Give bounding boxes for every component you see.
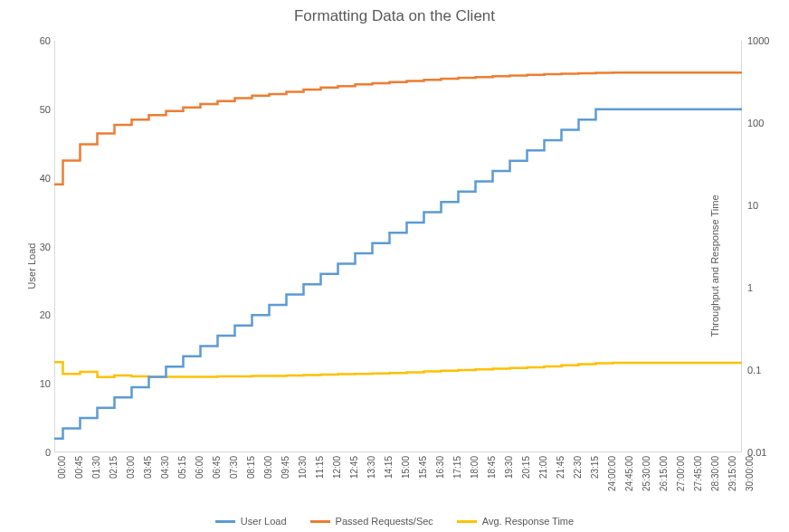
x-tick: 30:00:00 — [745, 456, 755, 491]
x-tick: 18:00 — [470, 456, 480, 479]
x-tick: 02:15 — [109, 456, 119, 479]
x-tick: 06:45 — [212, 456, 222, 479]
x-tick: 20:15 — [521, 456, 531, 479]
y-tick-right: 10 — [747, 200, 758, 211]
x-tick: 14:15 — [384, 456, 394, 479]
legend-item-passed: Passed Requests/Sec — [310, 516, 433, 527]
x-tick: 05:15 — [177, 456, 187, 479]
x-tick: 15:00 — [401, 456, 411, 479]
x-tick: 27:00:00 — [676, 456, 686, 491]
x-tick: 11:15 — [315, 456, 325, 479]
x-tick: 13:30 — [366, 456, 376, 479]
x-tick: 15:45 — [418, 456, 428, 479]
x-tick: 17:15 — [452, 456, 462, 479]
legend-label-user-load: User Load — [241, 516, 287, 527]
x-tick: 16:30 — [435, 456, 445, 479]
line-avg-response-time — [54, 362, 742, 377]
y-tick-right: 1 — [747, 282, 753, 293]
x-tick: 21:00 — [538, 456, 548, 479]
x-tick: 25:30:00 — [642, 456, 651, 491]
x-tick: 03:00 — [126, 456, 136, 479]
chart-container: Formatting Data on the Client User Load … — [0, 0, 789, 532]
x-tick: 12:00 — [332, 456, 342, 479]
x-tick: 24:00:00 — [607, 456, 617, 491]
x-tick: 18:45 — [487, 456, 497, 479]
line-user-load — [54, 109, 742, 439]
legend-item-user-load: User Load — [215, 516, 287, 527]
x-tick: 19:30 — [504, 456, 514, 479]
x-tick: 01:30 — [91, 456, 101, 479]
legend-swatch-passed — [310, 520, 330, 523]
y-tick-left: 40 — [24, 173, 51, 184]
chart-lines — [54, 41, 742, 452]
legend-label-passed: Passed Requests/Sec — [336, 516, 433, 527]
x-tick: 26:15:00 — [659, 456, 669, 491]
x-tick: 23:15 — [590, 456, 600, 479]
y-tick-left: 50 — [24, 104, 51, 115]
x-tick: 21:45 — [556, 456, 566, 479]
x-tick: 10:30 — [298, 456, 308, 479]
legend-label-response: Avg. Response Time — [482, 516, 574, 527]
legend-swatch-response — [457, 520, 477, 523]
legend: User Load Passed Requests/Sec Avg. Respo… — [0, 516, 789, 527]
y-tick-right: 1000 — [747, 35, 769, 46]
x-tick: 09:00 — [263, 456, 273, 479]
y-tick-left: 10 — [24, 378, 51, 389]
y-tick-left: 20 — [24, 309, 51, 320]
x-tick: 08:15 — [246, 456, 256, 479]
line-passed-requests — [54, 72, 742, 185]
x-tick: 00:00 — [57, 456, 67, 479]
y-tick-left: 60 — [24, 35, 51, 46]
y-tick-left: 0 — [24, 447, 51, 458]
x-tick: 09:45 — [280, 456, 290, 479]
x-tick: 12:45 — [349, 456, 359, 479]
x-tick: 00:45 — [74, 456, 84, 479]
legend-item-response: Avg. Response Time — [457, 516, 574, 527]
x-tick: 27:45:00 — [693, 456, 703, 491]
x-tick: 24:45:00 — [624, 456, 634, 491]
x-tick: 28:30:00 — [710, 456, 720, 491]
y-tick-right: 0.1 — [747, 365, 761, 375]
x-tick: 06:00 — [195, 456, 204, 479]
x-tick: 03:45 — [143, 456, 153, 479]
x-ticks: 00:0000:4501:3002:1503:0003:4504:3005:15… — [54, 454, 742, 508]
x-tick: 04:30 — [160, 456, 170, 479]
y-tick-left: 30 — [24, 242, 51, 252]
x-tick: 22:30 — [573, 456, 583, 479]
x-tick: 29:15:00 — [727, 456, 737, 491]
legend-swatch-user-load — [215, 520, 235, 523]
x-tick: 07:30 — [229, 456, 239, 479]
y-tick-right: 100 — [747, 118, 764, 128]
